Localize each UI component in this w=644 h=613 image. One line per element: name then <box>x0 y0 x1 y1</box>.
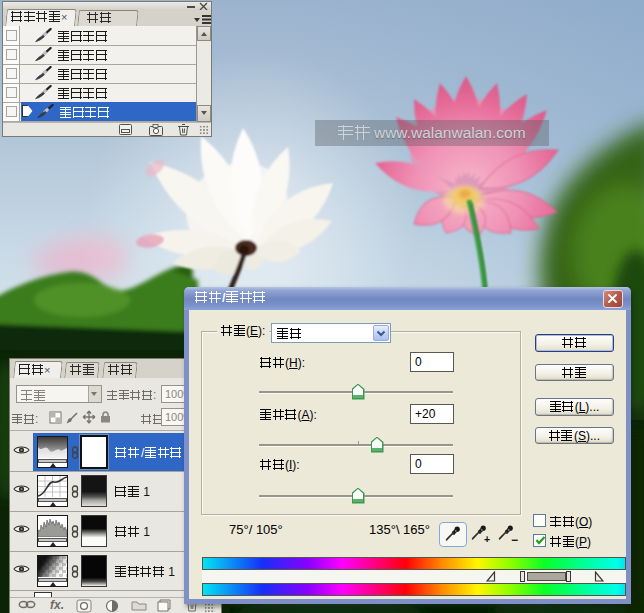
svg-text:.: . <box>117 607 119 613</box>
